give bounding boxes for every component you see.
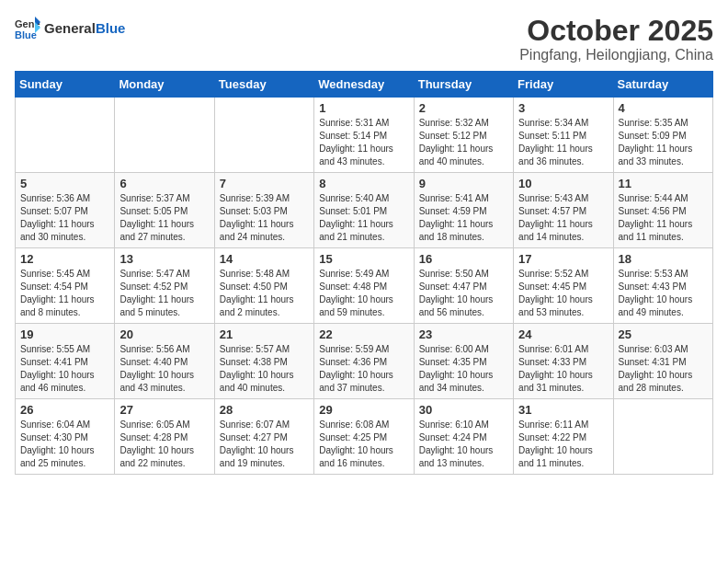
week-row-3: 12Sunrise: 5:45 AMSunset: 4:54 PMDayligh… [16, 248, 713, 324]
day-cell: 1Sunrise: 5:31 AMSunset: 5:14 PMDaylight… [314, 98, 414, 173]
day-info: Sunrise: 6:07 AMSunset: 4:27 PMDaylight:… [220, 419, 309, 470]
day-info: Sunrise: 5:32 AMSunset: 5:12 PMDaylight:… [419, 117, 508, 168]
day-number: 19 [20, 327, 109, 341]
day-cell: 30Sunrise: 6:10 AMSunset: 4:24 PMDayligh… [414, 399, 513, 475]
day-info: Sunrise: 5:56 AMSunset: 4:40 PMDaylight:… [119, 343, 209, 395]
day-number: 4 [619, 101, 708, 115]
day-cell: 31Sunrise: 6:11 AMSunset: 4:22 PMDayligh… [514, 399, 613, 475]
day-number: 10 [518, 177, 608, 190]
day-cell: 17Sunrise: 5:52 AMSunset: 4:45 PMDayligh… [514, 248, 613, 324]
day-number: 14 [220, 252, 309, 266]
day-cell [214, 98, 313, 173]
day-number: 28 [220, 403, 309, 417]
logo-blue: Blue [96, 20, 126, 36]
day-info: Sunrise: 6:05 AMSunset: 4:28 PMDaylight:… [119, 419, 209, 470]
day-cell: 12Sunrise: 5:45 AMSunset: 4:54 PMDayligh… [16, 248, 115, 324]
day-info: Sunrise: 5:57 AMSunset: 4:38 PMDaylight:… [220, 343, 309, 395]
day-cell [613, 399, 712, 475]
day-cell: 6Sunrise: 5:37 AMSunset: 5:05 PMDaylight… [115, 173, 214, 248]
weekday-header-wednesday: Wednesday [314, 72, 414, 98]
month-title: October 2025 [519, 15, 713, 47]
day-info: Sunrise: 5:35 AMSunset: 5:09 PMDaylight:… [619, 117, 708, 168]
weekday-header-tuesday: Tuesday [214, 72, 313, 98]
week-row-4: 19Sunrise: 5:55 AMSunset: 4:41 PMDayligh… [16, 324, 713, 399]
day-cell: 2Sunrise: 5:32 AMSunset: 5:12 PMDaylight… [414, 98, 513, 173]
day-info: Sunrise: 5:55 AMSunset: 4:41 PMDaylight:… [20, 343, 109, 395]
day-number: 6 [119, 177, 209, 190]
page-header: General Blue GeneralBlue October 2025 Pi… [15, 15, 713, 63]
day-cell: 9Sunrise: 5:41 AMSunset: 4:59 PMDaylight… [414, 173, 513, 248]
day-number: 17 [518, 252, 608, 266]
logo-general: General [44, 20, 96, 36]
day-info: Sunrise: 5:43 AMSunset: 4:57 PMDaylight:… [518, 192, 608, 244]
day-number: 30 [419, 403, 508, 417]
weekday-header-row: SundayMondayTuesdayWednesdayThursdayFrid… [16, 72, 713, 98]
day-cell [16, 98, 115, 173]
day-info: Sunrise: 5:53 AMSunset: 4:43 PMDaylight:… [619, 268, 708, 319]
week-row-1: 1Sunrise: 5:31 AMSunset: 5:14 PMDaylight… [16, 98, 713, 173]
title-block: October 2025 Pingfang, Heilongjiang, Chi… [519, 15, 713, 63]
day-cell: 27Sunrise: 6:05 AMSunset: 4:28 PMDayligh… [115, 399, 214, 475]
day-info: Sunrise: 6:08 AMSunset: 4:25 PMDaylight:… [319, 419, 408, 470]
day-info: Sunrise: 6:03 AMSunset: 4:31 PMDaylight:… [619, 343, 708, 395]
day-number: 13 [119, 252, 209, 266]
day-number: 15 [319, 252, 408, 266]
day-info: Sunrise: 5:48 AMSunset: 4:50 PMDaylight:… [220, 268, 309, 319]
day-info: Sunrise: 5:41 AMSunset: 4:59 PMDaylight:… [419, 192, 508, 244]
day-cell: 10Sunrise: 5:43 AMSunset: 4:57 PMDayligh… [514, 173, 613, 248]
day-number: 21 [220, 327, 309, 341]
weekday-header-friday: Friday [514, 72, 613, 98]
day-number: 23 [419, 327, 508, 341]
day-number: 25 [619, 327, 708, 341]
day-info: Sunrise: 5:36 AMSunset: 5:07 PMDaylight:… [20, 192, 109, 244]
day-info: Sunrise: 6:11 AMSunset: 4:22 PMDaylight:… [518, 419, 608, 470]
weekday-header-monday: Monday [115, 72, 214, 98]
day-info: Sunrise: 6:04 AMSunset: 4:30 PMDaylight:… [20, 419, 109, 470]
day-cell: 15Sunrise: 5:49 AMSunset: 4:48 PMDayligh… [314, 248, 414, 324]
day-number: 1 [319, 101, 408, 115]
day-cell: 22Sunrise: 5:59 AMSunset: 4:36 PMDayligh… [314, 324, 414, 399]
day-info: Sunrise: 6:10 AMSunset: 4:24 PMDaylight:… [419, 419, 508, 470]
day-cell: 16Sunrise: 5:50 AMSunset: 4:47 PMDayligh… [414, 248, 513, 324]
day-cell: 3Sunrise: 5:34 AMSunset: 5:11 PMDaylight… [514, 98, 613, 173]
day-cell: 19Sunrise: 5:55 AMSunset: 4:41 PMDayligh… [16, 324, 115, 399]
day-cell [115, 98, 214, 173]
day-cell: 11Sunrise: 5:44 AMSunset: 4:56 PMDayligh… [613, 173, 712, 248]
day-cell: 29Sunrise: 6:08 AMSunset: 4:25 PMDayligh… [314, 399, 414, 475]
day-cell: 7Sunrise: 5:39 AMSunset: 5:03 PMDaylight… [214, 173, 313, 248]
day-cell: 14Sunrise: 5:48 AMSunset: 4:50 PMDayligh… [214, 248, 313, 324]
day-number: 3 [518, 101, 608, 115]
day-info: Sunrise: 5:39 AMSunset: 5:03 PMDaylight:… [220, 192, 309, 244]
calendar-table: SundayMondayTuesdayWednesdayThursdayFrid… [15, 71, 713, 475]
day-number: 27 [119, 403, 209, 417]
day-info: Sunrise: 5:59 AMSunset: 4:36 PMDaylight:… [319, 343, 408, 395]
day-info: Sunrise: 5:37 AMSunset: 5:05 PMDaylight:… [119, 192, 209, 244]
day-number: 20 [119, 327, 209, 341]
weekday-header-thursday: Thursday [414, 72, 513, 98]
day-cell: 4Sunrise: 5:35 AMSunset: 5:09 PMDaylight… [613, 98, 712, 173]
day-info: Sunrise: 6:01 AMSunset: 4:33 PMDaylight:… [518, 343, 608, 395]
day-number: 9 [419, 177, 508, 190]
day-info: Sunrise: 5:49 AMSunset: 4:48 PMDaylight:… [319, 268, 408, 319]
day-cell: 25Sunrise: 6:03 AMSunset: 4:31 PMDayligh… [613, 324, 712, 399]
day-number: 18 [619, 252, 708, 266]
day-number: 22 [319, 327, 408, 341]
day-cell: 20Sunrise: 5:56 AMSunset: 4:40 PMDayligh… [115, 324, 214, 399]
day-cell: 5Sunrise: 5:36 AMSunset: 5:07 PMDaylight… [16, 173, 115, 248]
day-cell: 26Sunrise: 6:04 AMSunset: 4:30 PMDayligh… [16, 399, 115, 475]
day-info: Sunrise: 5:31 AMSunset: 5:14 PMDaylight:… [319, 117, 408, 168]
day-cell: 13Sunrise: 5:47 AMSunset: 4:52 PMDayligh… [115, 248, 214, 324]
day-number: 11 [619, 177, 708, 190]
week-row-5: 26Sunrise: 6:04 AMSunset: 4:30 PMDayligh… [16, 399, 713, 475]
day-cell: 8Sunrise: 5:40 AMSunset: 5:01 PMDaylight… [314, 173, 414, 248]
logo: General Blue GeneralBlue [15, 15, 125, 40]
svg-text:Blue: Blue [15, 29, 37, 40]
day-number: 16 [419, 252, 508, 266]
logo-icon: General Blue [15, 15, 40, 40]
day-cell: 21Sunrise: 5:57 AMSunset: 4:38 PMDayligh… [214, 324, 313, 399]
day-info: Sunrise: 5:52 AMSunset: 4:45 PMDaylight:… [518, 268, 608, 319]
day-info: Sunrise: 5:34 AMSunset: 5:11 PMDaylight:… [518, 117, 608, 168]
weekday-header-sunday: Sunday [16, 72, 115, 98]
location-title: Pingfang, Heilongjiang, China [519, 47, 713, 63]
day-number: 24 [518, 327, 608, 341]
